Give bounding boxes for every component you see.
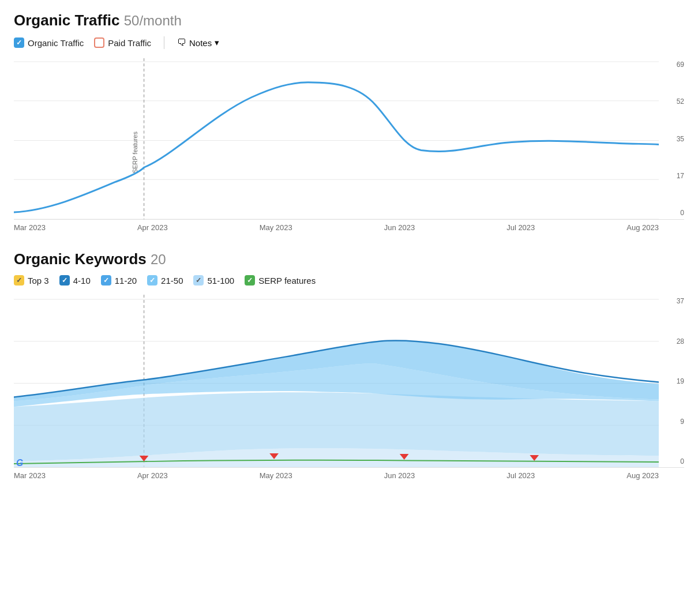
51-100-label: 51-100: [207, 276, 234, 286]
organic-keywords-section: Organic Keywords 20 ✓ Top 3 ✓ 4-10 ✓ 11-…: [14, 250, 684, 480]
legend-4-10[interactable]: ✓ 4-10: [59, 275, 91, 286]
organic-line: [14, 82, 659, 212]
y-label-35: 35: [661, 135, 684, 143]
notes-button[interactable]: 🗨 Notes ▾: [177, 37, 219, 48]
kw-y-label-19: 19: [661, 377, 684, 385]
chart-plot-area: SERP features 0 17 35 52 69: [14, 58, 684, 220]
kw-x-label-may23: May 2023: [260, 471, 292, 480]
keywords-chart-plot: G 0 9 19 28 37: [14, 295, 684, 468]
legend-51-100[interactable]: ✓ 51-100: [193, 275, 234, 286]
kw-y-label-37: 37: [661, 297, 684, 305]
checkmark-21-50: ✓: [149, 276, 155, 284]
x-label-apr23: Apr 2023: [137, 223, 168, 232]
notes-icon: 🗨: [177, 37, 186, 48]
legend-11-20[interactable]: ✓ 11-20: [101, 275, 137, 286]
legend-21-50[interactable]: ✓ 21-50: [147, 275, 183, 286]
y-axis-traffic: 0 17 35 52 69: [661, 58, 684, 219]
x-label-may23: May 2023: [260, 223, 292, 232]
chevron-down-icon: ▾: [215, 37, 219, 48]
4-10-checkbox[interactable]: ✓: [59, 275, 70, 286]
kw-x-label-mar23: Mar 2023: [14, 471, 46, 480]
organic-traffic-chart: SERP features 0 17 35 52 69 Mar 2023 Apr…: [14, 58, 684, 232]
organic-keywords-title: Organic Keywords 20: [14, 250, 684, 268]
kw-x-label-apr23: Apr 2023: [137, 471, 168, 480]
organic-traffic-title: Organic Traffic 50/month: [14, 12, 684, 29]
checkmark-51-100: ✓: [196, 276, 201, 284]
11-20-label: 11-20: [115, 276, 137, 286]
organic-keywords-legend: ✓ Top 3 ✓ 4-10 ✓ 11-20 ✓ 21-50 ✓ 51: [14, 275, 684, 286]
top3-checkbox[interactable]: ✓: [14, 275, 24, 286]
11-20-checkbox[interactable]: ✓: [101, 275, 111, 286]
y-axis-keywords: 0 9 19 28 37: [661, 295, 684, 468]
google-g-icon: G: [16, 458, 23, 467]
legend-divider: [164, 36, 164, 49]
x-label-aug23: Aug 2023: [626, 223, 659, 232]
x-axis-keywords: Mar 2023 Apr 2023 May 2023 Jun 2023 Jul …: [14, 468, 684, 480]
top3-label: Top 3: [28, 276, 49, 286]
51-100-checkbox[interactable]: ✓: [193, 275, 204, 286]
organic-traffic-section: Organic Traffic 50/month ✓ Organic Traff…: [14, 12, 684, 232]
annotation-text: SERP features: [132, 132, 138, 174]
x-label-jul23: Jul 2023: [506, 223, 535, 232]
y-label-17: 17: [661, 172, 684, 180]
y-label-69: 69: [661, 61, 684, 69]
checkmark-4-10: ✓: [62, 276, 67, 284]
keywords-chart-svg: G: [14, 295, 659, 467]
legend-serp[interactable]: ✓ SERP features: [245, 275, 316, 286]
y-label-52: 52: [661, 97, 684, 106]
kw-x-label-jun23: Jun 2023: [384, 471, 415, 480]
checkmark-serp: ✓: [247, 276, 253, 284]
21-50-label: 21-50: [161, 276, 183, 286]
organic-keywords-chart: G 0 9 19 28 37 Mar 2023 Apr 2023 May 202…: [14, 295, 684, 480]
kw-x-label-jul23: Jul 2023: [506, 471, 535, 480]
y-label-0: 0: [661, 209, 684, 217]
notes-label: Notes: [189, 38, 212, 48]
kw-x-label-aug23: Aug 2023: [626, 471, 659, 480]
serp-label: SERP features: [258, 276, 316, 286]
kw-y-label-9: 9: [661, 418, 684, 426]
organic-label: Organic Traffic: [28, 38, 84, 48]
x-axis-traffic: Mar 2023 Apr 2023 May 2023 Jun 2023 Jul …: [14, 220, 684, 232]
legend-paid-traffic[interactable]: Paid Traffic: [94, 37, 151, 48]
21-50-checkbox[interactable]: ✓: [147, 275, 157, 286]
keywords-svg-wrapper: G: [14, 295, 659, 467]
x-label-jun23: Jun 2023: [384, 223, 415, 232]
traffic-chart-svg: SERP features: [14, 58, 659, 219]
chart-svg-wrapper: SERP features: [14, 58, 659, 219]
x-label-mar23: Mar 2023: [14, 223, 46, 232]
legend-top3[interactable]: ✓ Top 3: [14, 275, 49, 286]
paid-label: Paid Traffic: [108, 38, 151, 48]
4-10-label: 4-10: [73, 276, 91, 286]
organic-checkbox[interactable]: ✓: [14, 37, 24, 48]
kw-y-label-0: 0: [661, 457, 684, 465]
kw-y-label-28: 28: [661, 337, 684, 345]
checkmark-top3: ✓: [16, 276, 22, 284]
paid-checkbox[interactable]: [94, 37, 104, 48]
organic-traffic-legend: ✓ Organic Traffic Paid Traffic 🗨 Notes ▾: [14, 36, 684, 49]
legend-organic-traffic[interactable]: ✓ Organic Traffic: [14, 37, 84, 48]
checkmark-icon: ✓: [16, 39, 22, 47]
checkmark-11-20: ✓: [103, 276, 109, 284]
serp-checkbox[interactable]: ✓: [245, 275, 255, 286]
